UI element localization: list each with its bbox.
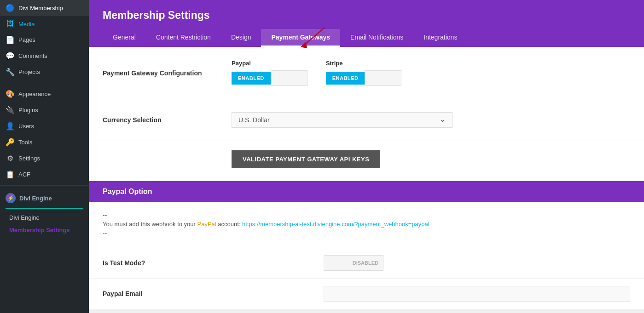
test-mode-label: Is Test Mode? [103,259,324,267]
paypal-email-label: Paypal Email [103,290,324,297]
sidebar-sub-item-divi-engine[interactable]: Divi Engine [0,211,89,224]
tab-content-restriction[interactable]: Content Restriction [146,29,221,47]
stripe-toggle-off[interactable] [365,70,401,86]
test-mode-row: Is Test Mode? DISABLED [89,248,644,278]
validate-button[interactable]: VALIDATE PAYMENT GATEWAY API KEYS [232,150,380,168]
paypal-dash-1: -- [103,211,630,219]
acf-icon: 📋 [6,170,15,179]
sidebar-item-appearance[interactable]: 🎨 Appearance [0,86,89,102]
currency-select-wrapper: U.S. Dollar Euro British Pound Canadian … [232,112,453,128]
sidebar-item-acf[interactable]: 📋 ACF [0,166,89,182]
divi-membership-icon: 🔵 [6,4,15,12]
sidebar-item-divi-membership[interactable]: 🔵 Divi Membership [0,0,89,16]
sidebar-item-settings[interactable]: ⚙ Settings [0,150,89,166]
paypal-word: PayPal [197,221,216,228]
sidebar-item-plugins[interactable]: 🔌 Plugins [0,102,89,118]
webhook-url-link[interactable]: https://membership-ai-test.diviengine.co… [242,221,429,228]
tab-design[interactable]: Design [221,29,261,47]
sidebar: 🔵 Divi Membership 🖼 Media 📄 Pages 💬 Comm… [0,0,89,313]
sidebar-divider-2 [0,185,89,186]
paypal-webhook-text: You must add this webhook to your PayPal… [103,221,630,228]
currency-control: U.S. Dollar Euro British Pound Canadian … [232,112,630,128]
currency-select[interactable]: U.S. Dollar Euro British Pound Canadian … [232,112,453,128]
projects-icon: 🔧 [6,68,15,76]
users-icon: 👤 [6,122,15,131]
disabled-label: DISABLED [353,260,378,266]
currency-label: Currency Selection [103,116,232,124]
pages-icon: 📄 [6,35,15,44]
paypal-label: Paypal [232,60,307,67]
paypal-content: -- You must add this webhook to your Pay… [89,202,644,248]
sidebar-item-projects[interactable]: 🔧 Projects [0,64,89,80]
tab-integrations[interactable]: Integrations [413,29,467,47]
test-mode-toggle[interactable]: DISABLED [324,255,383,271]
page-header: Membership Settings General Content Rest… [89,0,644,47]
currency-selection-row: Currency Selection U.S. Dollar Euro Brit… [89,99,644,141]
validate-row: VALIDATE PAYMENT GATEWAY API KEYS [89,141,644,181]
divi-engine-header: ⚡ Divi Engine [0,188,89,208]
sidebar-item-tools[interactable]: 🔑 Tools [0,134,89,150]
paypal-toggle-off[interactable] [271,70,307,86]
paypal-enabled-button[interactable]: ENABLED [232,72,271,85]
sidebar-item-media[interactable]: 🖼 Media [0,16,89,32]
tab-email-notifications[interactable]: Email Notifications [340,29,413,47]
paypal-toggle-item: Paypal ENABLED [232,60,307,86]
page-title: Membership Settings [103,9,630,22]
toggle-group: Paypal ENABLED Stripe ENABLED [232,60,630,86]
sidebar-sub-item-membership-settings[interactable]: Membership Settings [0,224,89,236]
sidebar-item-comments[interactable]: 💬 Comments [0,48,89,64]
tab-general[interactable]: General [103,29,146,47]
stripe-label: Stripe [326,60,402,67]
sidebar-item-pages[interactable]: 📄 Pages [0,32,89,48]
paypal-toggle-row: ENABLED [232,70,307,86]
sidebar-item-users[interactable]: 👤 Users [0,118,89,134]
appearance-icon: 🎨 [6,90,15,98]
sidebar-divider-1 [0,83,89,83]
stripe-enabled-button[interactable]: ENABLED [326,72,365,85]
main-content: Membership Settings General Content Rest… [89,0,644,313]
comments-icon: 💬 [6,51,15,60]
tabs-bar: General Content Restriction Design Payme… [103,29,630,47]
paypal-option-title: Paypal Option [103,188,630,196]
disabled-toggle: DISABLED [324,255,383,271]
settings-content: Payment Gateway Configuration Paypal ENA… [89,47,644,181]
plugins-icon: 🔌 [6,106,15,114]
tab-payment-gateways[interactable]: Payment Gateways [261,29,340,47]
sidebar-divider-3 [6,208,83,209]
payment-gateway-config-row: Payment Gateway Configuration Paypal ENA… [89,47,644,99]
paypal-email-input[interactable] [324,286,630,302]
settings-icon: ⚙ [6,154,15,163]
paypal-option-section-header: Paypal Option [89,181,644,202]
stripe-toggle-row: ENABLED [326,70,402,86]
stripe-toggle-item: Stripe ENABLED [326,60,402,86]
payment-gateway-control: Paypal ENABLED Stripe ENABLED [232,60,630,86]
tools-icon: 🔑 [6,138,15,147]
paypal-email-row: Paypal Email [89,278,644,309]
divi-engine-icon: ⚡ [6,193,16,203]
paypal-dash-2: -- [103,229,630,237]
media-icon: 🖼 [6,20,15,28]
payment-gateway-label: Payment Gateway Configuration [103,69,232,77]
